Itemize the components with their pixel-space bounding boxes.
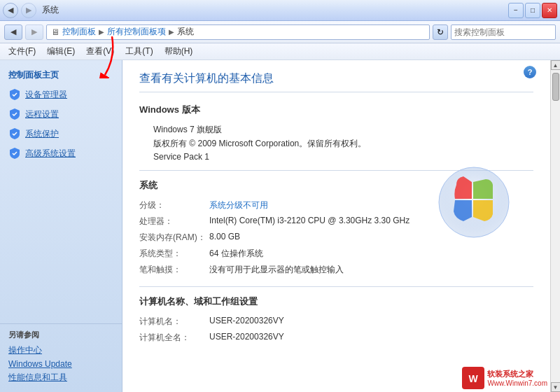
scroll-up-button[interactable]: ▲ — [551, 60, 561, 70]
back-button[interactable]: ◀ — [4, 24, 22, 40]
table-row: 笔和触摸： 没有可用于此显示器的笔或触控输入 — [139, 262, 533, 278]
menu-help[interactable]: 帮助(H) — [159, 44, 199, 59]
sidebar-spacer — [0, 169, 122, 323]
label-computer-name: 计算机名： — [139, 314, 209, 330]
content-wrapper: ? 查看有关计算机的基本信息 Windows 版本 — [122, 60, 560, 392]
watermark-logo-icon: W — [462, 367, 484, 389]
sidebar-item-label-3: 系统保护 — [25, 128, 59, 140]
back-nav-icon[interactable]: ◀ — [3, 3, 18, 18]
watermark: W 软装系统之家 Www.Winwin7.com — [462, 367, 547, 389]
help-icon[interactable]: ? — [524, 66, 536, 78]
sidebar-home-label: 控制面板主页 — [8, 69, 59, 81]
section-divider-2 — [139, 286, 533, 287]
breadcrumb-item-2[interactable]: 所有控制面板项 — [107, 26, 166, 38]
label-computer-fullname: 计算机全名： — [139, 330, 209, 346]
menu-file[interactable]: 文件(F) — [3, 44, 41, 59]
page-title: 查看有关计算机的基本信息 — [139, 71, 533, 92]
sidebar-link-performance[interactable]: 性能信息和工具 — [8, 372, 113, 384]
sidebar-item-home[interactable]: 控制面板主页 — [0, 66, 122, 85]
search-input[interactable] — [454, 27, 559, 37]
sidebar-link-windows-update[interactable]: Windows Update — [8, 359, 113, 369]
breadcrumb-separator-1: ▶ — [99, 28, 104, 36]
content-area: ? 查看有关计算机的基本信息 Windows 版本 — [122, 60, 550, 392]
win-edition: Windows 7 旗舰版 — [139, 122, 533, 136]
search-box[interactable]: 🔍 — [451, 24, 556, 40]
breadcrumb-separator-2: ▶ — [169, 28, 174, 36]
shield-icon-3 — [8, 127, 21, 140]
watermark-site-name: 软装系统之家 — [487, 369, 547, 379]
value-computer-name: USER-20200326VY — [209, 314, 533, 330]
windows-logo — [435, 164, 512, 241]
computer-name-heading: 计算机名称、域和工作组设置 — [139, 295, 533, 308]
svg-text:W: W — [469, 373, 479, 384]
sidebar-item-protection[interactable]: 系统保护 — [0, 124, 122, 144]
shield-icon-4 — [8, 147, 21, 160]
computer-info-table: 计算机名： USER-20200326VY 计算机全名： USER-202003… — [139, 314, 533, 346]
sidebar-item-label-4: 高级系统设置 — [25, 148, 76, 160]
label-pen-touch: 笔和触摸： — [139, 262, 209, 278]
main-layout: 控制面板主页 设备管理器 远程设置 — [0, 60, 560, 392]
watermark-url: Www.Winwin7.com — [487, 379, 547, 387]
breadcrumb-item-1[interactable]: 控制面板 — [62, 26, 96, 38]
scroll-down-button[interactable]: ▼ — [551, 382, 561, 392]
sidebar-item-advanced[interactable]: 高级系统设置 — [0, 144, 122, 163]
win-copyright: 版权所有 © 2009 Microsoft Corporation。保留所有权利… — [139, 136, 533, 150]
service-pack: Service Pack 1 — [139, 150, 533, 162]
windows-version-heading: Windows 版本 — [139, 104, 533, 116]
value-system-type: 64 位操作系统 — [209, 246, 533, 262]
value-pen-touch: 没有可用于此显示器的笔或触控输入 — [209, 262, 533, 278]
label-system-type: 系统类型： — [139, 246, 209, 262]
label-ram: 安装内存(RAM)： — [139, 230, 209, 246]
sidebar-item-label-1: 设备管理器 — [25, 89, 67, 101]
shield-icon-2 — [8, 108, 21, 120]
sidebar-bottom-section: 另请参阅 操作中心 Windows Update 性能信息和工具 — [0, 323, 122, 392]
sidebar: 控制面板主页 设备管理器 远程设置 — [0, 60, 122, 392]
menu-view[interactable]: 查看(V) — [80, 44, 120, 59]
menu-edit[interactable]: 编辑(E) — [41, 44, 80, 59]
sidebar-item-remote[interactable]: 远程设置 — [0, 104, 122, 124]
title-text: 系统 — [42, 4, 59, 16]
shield-icon-1 — [8, 88, 21, 101]
label-processor: 处理器： — [139, 214, 209, 230]
table-row: 计算机名： USER-20200326VY — [139, 314, 533, 330]
table-row: 系统类型： 64 位操作系统 — [139, 246, 533, 262]
table-row: 计算机全名： USER-20200326VY — [139, 330, 533, 346]
value-computer-fullname: USER-20200326VY — [209, 330, 533, 346]
refresh-button[interactable]: ↻ — [433, 24, 448, 40]
sidebar-also-see-title: 另请参阅 — [8, 330, 113, 340]
close-button[interactable]: ✕ — [542, 3, 557, 18]
sidebar-item-device-manager[interactable]: 设备管理器 — [0, 85, 122, 104]
menu-bar: 文件(F) 编辑(E) 查看(V) 工具(T) 帮助(H) — [0, 43, 560, 60]
forward-nav-icon[interactable]: ▶ — [21, 3, 36, 18]
sidebar-main-section: 控制面板主页 设备管理器 远程设置 — [0, 60, 122, 169]
breadcrumb-item-3: 系统 — [177, 26, 194, 38]
breadcrumb-icon: 🖥 — [51, 27, 59, 37]
address-bar: ◀ ▶ 🖥 控制面板 ▶ 所有控制面板项 ▶ 系统 ↻ 🔍 — [0, 21, 560, 43]
title-bar-left: ◀ ▶ 系统 — [3, 3, 59, 18]
title-bar: ◀ ▶ 系统 − □ ✕ — [0, 0, 560, 21]
window-controls: − □ ✕ — [508, 3, 557, 18]
minimize-button[interactable]: − — [508, 3, 524, 18]
watermark-text-block: 软装系统之家 Www.Winwin7.com — [487, 369, 547, 386]
label-rating: 分级： — [139, 197, 209, 214]
scroll-thumb[interactable] — [552, 73, 559, 101]
menu-tools[interactable]: 工具(T) — [120, 44, 158, 59]
sidebar-link-action-center[interactable]: 操作中心 — [8, 344, 113, 356]
breadcrumb[interactable]: 🖥 控制面板 ▶ 所有控制面板项 ▶ 系统 — [46, 24, 430, 40]
maximize-button[interactable]: □ — [525, 3, 540, 18]
sidebar-item-label-2: 远程设置 — [25, 108, 59, 120]
forward-button[interactable]: ▶ — [25, 24, 43, 40]
scrollbar[interactable]: ▲ ▼ — [550, 60, 560, 392]
